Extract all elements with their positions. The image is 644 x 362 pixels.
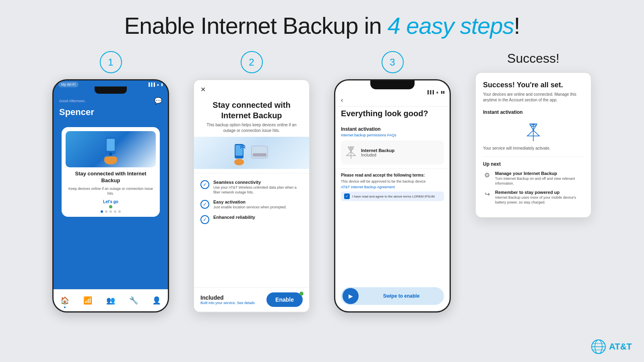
agreement-link[interactable]: AT&T Internet Backup Agreement [341, 185, 444, 189]
dot-1 [101, 210, 103, 213]
next-item-1: ⚙ Manage your Internet Backup Turn Inter… [483, 171, 584, 186]
phone2-bottom: Included Built into your service. See de… [194, 287, 309, 312]
phone3-status: ▐▐▐ ▲ ▮▮ [335, 89, 450, 95]
svg-point-2 [109, 152, 112, 156]
included-sub: Built into your service. See details [200, 301, 255, 305]
signal-3: ▐▐▐ [426, 90, 434, 94]
backup-card: Internet Backup Included [341, 140, 444, 165]
step-1-column: 1 My Wi-Fi ▐▐▐ ▲ ▮ Good Afternoon, 💬 Sp [46, 51, 175, 313]
phone1-card: Stay connected with Internet Backup Keep… [62, 127, 160, 217]
att-globe-icon [591, 339, 606, 354]
swipe-circle: ▶ [343, 288, 359, 304]
phone1-greeting: Good Afternoon, [59, 99, 86, 103]
close-button[interactable]: ✕ [200, 86, 206, 93]
agree-text: I have read and agree to the above terms… [352, 195, 435, 198]
steps-container: 1 My Wi-Fi ▐▐▐ ▲ ▮ Good Afternoon, 💬 Sp [0, 43, 644, 313]
tools-icon: 🔧 [129, 296, 138, 305]
phone2-title: Stay connected with Internet Backup [200, 100, 303, 121]
enable-button[interactable]: Enable [266, 292, 303, 307]
title-part1: Enable Internet Backup in [124, 12, 387, 39]
nav-people[interactable]: 👥 [106, 296, 115, 305]
svg-rect-4 [104, 156, 117, 161]
phone1-dots [66, 210, 156, 213]
feature-reliability: ✓ Enhanced reliability [194, 212, 309, 226]
next-2-desc: Internet Backup uses more of your mobile… [495, 195, 584, 205]
success-tower-icon [483, 119, 584, 144]
hand-phone-svg [95, 133, 127, 165]
phone3-back-row: ‹ [335, 95, 450, 107]
success-panel: Success! You're all set. Your devices ar… [475, 72, 592, 218]
people-icon: 👥 [106, 296, 115, 305]
phone3-main-title: Everything look good? [335, 107, 450, 122]
nav-tools[interactable]: 🔧 [129, 296, 138, 305]
tower-icon-wrapper [345, 144, 357, 160]
phone1-chat-icon: 💬 [154, 97, 162, 105]
phone-mockup-1: My Wi-Fi ▐▐▐ ▲ ▮ Good Afternoon, 💬 Spenc… [52, 79, 169, 313]
title-end: ! [514, 12, 520, 39]
dot-2 [105, 210, 107, 213]
agree-checkbox[interactable]: ✓ [344, 193, 350, 199]
permissions-link[interactable]: Internet backup permissions FAQs [341, 133, 444, 137]
phone1-lets-go[interactable]: Let's go [66, 200, 156, 204]
included-info: Included Built into your service. See de… [200, 294, 255, 305]
att-logo: AT&T [591, 339, 632, 354]
success-tower-svg [523, 119, 543, 141]
phone2-top-bar: ✕ [194, 80, 309, 97]
back-button[interactable]: ‹ [341, 97, 343, 103]
nav-active-dot [64, 306, 66, 308]
phone1-status-icons: ▐▐▐ ▲ ▮ [147, 82, 163, 86]
svg-rect-1 [107, 139, 115, 151]
feature-1-text: Seamless connectivity Use your AT&T Wire… [213, 180, 303, 195]
feature-activation: ✓ Easy activation Just enable location s… [194, 197, 309, 212]
svg-point-9 [234, 159, 244, 165]
feature-2-text: Easy activation Just enable location ser… [213, 200, 287, 210]
step-3-column: 3 ▐▐▐ ▲ ▮▮ ‹ Everything look good? Insta… [328, 51, 457, 313]
phone3-terms-section: Please read and accept the following ter… [335, 169, 450, 205]
agree-checkbox-row: ✓ I have read and agree to the above ter… [341, 191, 444, 201]
wifi-label: My Wi-Fi [58, 82, 78, 87]
att-brand-text: AT&T [609, 341, 632, 352]
included-label: Included [200, 294, 255, 301]
batt-3: ▮▮ [441, 90, 445, 94]
nav-wifi[interactable]: 📶 [83, 296, 92, 305]
check-1: ✓ [200, 180, 209, 189]
nav-home[interactable]: 🏠 [60, 296, 69, 305]
feature-3-text: Enhanced reliability [213, 215, 255, 220]
terms-title: Please read and accept the following ter… [341, 173, 444, 177]
phone1-bottom-nav: 🏠 📶 👥 🔧 👤 [54, 289, 168, 311]
power-icon: ↪ [483, 190, 491, 198]
success-column: Success! Success! You're all set. Your d… [469, 51, 598, 218]
enable-label: Enable [275, 296, 294, 303]
phone-mockup-2: ✕ Stay connected with Internet Backup Th… [193, 79, 310, 313]
phone2-divider [194, 173, 309, 173]
manage-icon: ⚙ [483, 171, 491, 179]
phone3-notch [370, 80, 415, 89]
next-2-text: Remember to stay powered up Internet Bac… [495, 190, 584, 205]
tower-svg [345, 144, 357, 159]
swipe-to-enable[interactable]: ▶ Swipe to enable [341, 287, 444, 305]
phone1-notch [95, 86, 127, 94]
phone1-card-image [66, 131, 156, 167]
activation-label: Instant activation [341, 126, 444, 132]
phone2-svg [227, 138, 276, 168]
dot-5 [118, 210, 121, 213]
battery-icon: ▮ [161, 82, 163, 86]
step-2-number: 2 [241, 51, 263, 73]
phone1-header-area: Good Afternoon, 💬 Spencer [54, 94, 168, 123]
phone1-green-dot [109, 205, 112, 208]
success-title: Success! You're all set. [483, 81, 584, 89]
phone1-wifi-badge: My Wi-Fi [58, 82, 78, 86]
enable-dot [299, 292, 303, 296]
nav-account[interactable]: 👤 [152, 296, 161, 305]
home-icon: 🏠 [60, 296, 69, 305]
next-1-desc: Turn Internet Backup on and off and view… [495, 177, 584, 186]
phone1-card-desc: Keep devices online if an outage or conn… [66, 186, 156, 196]
svg-rect-6 [253, 153, 266, 156]
phone3-activation-section: Instant activation Internet backup permi… [335, 122, 450, 169]
backup-card-text: Internet Backup Included [361, 148, 394, 157]
wifi-3: ▲ [436, 90, 439, 94]
next-item-2: ↪ Remember to stay powered up Internet B… [483, 190, 584, 205]
backup-sub: Included [361, 153, 394, 157]
up-next-label: Up next [483, 161, 584, 167]
success-divider [483, 156, 584, 156]
